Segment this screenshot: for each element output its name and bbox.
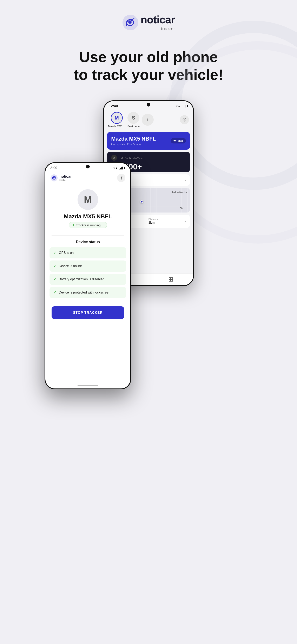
- front-phone-screen: 2:00 ▾▲ ▮: [45, 163, 130, 388]
- phones-container: 12:40 ▾▲ ▮ M: [0, 100, 297, 637]
- app-logo: noticar tracker: [50, 174, 72, 182]
- back-phone-time: 12:40: [109, 104, 118, 108]
- check-icon-battery: ✓: [53, 277, 56, 282]
- map-label-street3: Bie...: [180, 207, 185, 210]
- headline: Use your old phone to track your vehicle…: [74, 48, 223, 84]
- map-label-street1: Radziwiłłowska: [171, 191, 187, 194]
- bar4: [185, 105, 185, 108]
- car-card: Mazda MX5 NBFL Last update: 22m 0s ago 8…: [107, 132, 190, 150]
- device-status-section: Device status ✓ GPS is on ✓ Device is on…: [45, 240, 130, 298]
- back-phone-battery-icon: ▮: [187, 104, 188, 108]
- app-settings-button[interactable]: [117, 174, 125, 182]
- trip-chevron-icon: ›: [184, 219, 186, 224]
- settings-gear-icon: [119, 176, 123, 180]
- car-card-info: Mazda MX5 NBFL Last update: 22m 0s ago: [111, 136, 156, 146]
- app-logo-sub: tracker: [59, 179, 72, 181]
- trip-distance: Distance 1km: [148, 218, 158, 224]
- tab-mazda-label: Mazda MX5 ...: [108, 125, 125, 128]
- gear-icon: [182, 118, 186, 122]
- status-item-battery: ✓ Battery optimization is disabled: [49, 274, 126, 285]
- logo-name: noticar: [141, 14, 175, 26]
- svg-rect-11: [171, 280, 173, 281]
- bar3: [184, 106, 184, 108]
- status-item-online: ✓ Device is online: [49, 260, 126, 272]
- status-battery-text: Battery optimization is disabled: [59, 278, 104, 281]
- back-phone-notch: [147, 103, 150, 106]
- status-lockscreen-text: Device is protected with lockscreen: [59, 291, 110, 294]
- svg-point-13: [53, 177, 55, 178]
- check-icon-lockscreen: ✓: [53, 290, 56, 295]
- back-phone-status-icons: ▾▲ ▮: [176, 104, 188, 108]
- signal-bars: [182, 105, 185, 108]
- app-logo-name: noticar: [59, 174, 72, 179]
- car-last-update: Last update: 22m 0s ago: [111, 143, 156, 146]
- tab-seat[interactable]: S Seat Leon: [127, 112, 140, 128]
- trip-distance-label: Distance: [148, 218, 158, 221]
- tracker-status-badge: Tracker is running...: [69, 222, 107, 228]
- car-name: Mazda MX5 NBFL: [111, 136, 156, 142]
- vehicle-avatar-section: M Mazda MX5 NBFL Tracker is running...: [45, 183, 130, 232]
- svg-rect-9: [171, 278, 173, 279]
- logo-wrap: noticar tracker: [122, 14, 175, 32]
- front-battery-icon: ▮: [124, 166, 125, 170]
- check-icon-online: ✓: [53, 264, 56, 268]
- app-logo-text: noticar tracker: [59, 174, 72, 181]
- mileage-title: TOTAL MILEAGE: [119, 156, 143, 159]
- wifi-icon: ▾▲: [176, 104, 180, 108]
- bar4: [122, 166, 123, 170]
- logo-tracker: tracker: [141, 26, 175, 32]
- front-wifi-icon: ▾▲: [113, 166, 118, 170]
- chevron-right-icon: ›: [184, 178, 186, 182]
- map-dot: [140, 200, 143, 203]
- front-signal-bars: [119, 166, 123, 170]
- front-phone-notch: [86, 165, 90, 168]
- tab-seat-label: Seat Leon: [127, 125, 140, 128]
- home-indicator: [77, 385, 98, 386]
- battery-value: 85%: [178, 139, 183, 142]
- tab-seat-avatar[interactable]: S: [127, 112, 139, 124]
- svg-rect-10: [169, 280, 171, 281]
- mileage-header: TOTAL MILEAGE: [111, 155, 186, 161]
- bar1: [182, 107, 182, 108]
- noticar-logo-icon: [122, 14, 139, 31]
- app-header: noticar tracker: [45, 172, 130, 183]
- settings-button[interactable]: [180, 115, 189, 124]
- vehicle-name: Mazda MX5 NBFL: [64, 213, 112, 220]
- status-item-lockscreen: ✓ Device is protected with lockscreen: [49, 287, 126, 298]
- app-logo-icon: [50, 174, 58, 182]
- battery-badge: 85%: [171, 138, 186, 144]
- bar2: [183, 106, 183, 108]
- battery-icon: [173, 139, 177, 142]
- divider: [51, 236, 124, 236]
- front-phone-time: 2:00: [50, 166, 57, 170]
- logo-area: noticar tracker: [122, 12, 175, 32]
- tab-mazda[interactable]: M Mazda MX5 ...: [108, 112, 125, 128]
- tracker-status-dot: [73, 224, 74, 226]
- mileage-icon: [111, 155, 117, 161]
- svg-rect-8: [169, 278, 171, 279]
- bar3: [121, 168, 122, 170]
- status-gps-text: GPS is on: [59, 251, 74, 255]
- front-phone: 2:00 ▾▲ ▮: [44, 162, 131, 389]
- trip-distance-value: 1km: [148, 221, 158, 224]
- bar1: [119, 169, 120, 170]
- svg-point-2: [184, 119, 185, 120]
- tracker-status-text: Tracker is running...: [76, 223, 103, 227]
- vehicle-tabs: M Mazda MX5 ... S Seat Leon +: [104, 110, 193, 130]
- tab-mazda-avatar[interactable]: M: [111, 112, 123, 124]
- svg-rect-4: [176, 140, 176, 141]
- front-phone-status-icons: ▾▲ ▮: [113, 166, 125, 170]
- svg-rect-5: [174, 140, 176, 141]
- bar2: [120, 168, 121, 170]
- odometer-icon: [113, 156, 115, 159]
- device-status-title: Device status: [49, 240, 126, 244]
- svg-point-14: [121, 177, 122, 178]
- check-icon-gps: ✓: [53, 250, 56, 255]
- status-online-text: Device is online: [59, 264, 82, 268]
- tab-add-button[interactable]: +: [142, 114, 154, 126]
- nav-grid-icon[interactable]: [168, 276, 174, 282]
- vehicle-avatar: M: [77, 189, 98, 210]
- stop-tracker-button[interactable]: STOP TRACKER: [51, 306, 124, 319]
- svg-point-1: [128, 20, 132, 24]
- status-item-gps: ✓ GPS is on: [49, 247, 126, 258]
